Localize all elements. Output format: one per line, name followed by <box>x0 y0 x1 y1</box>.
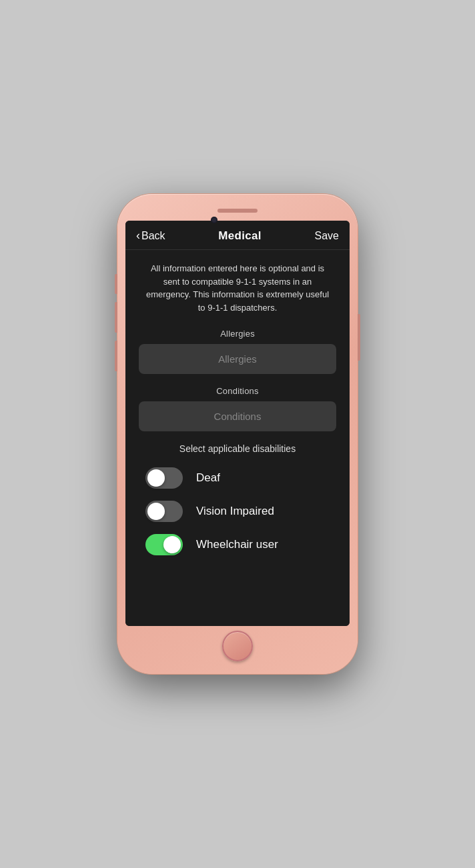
vision-toggle[interactable] <box>145 501 183 522</box>
disability-item-deaf: Deaf <box>145 467 330 489</box>
disabilities-section-title: Select applicable disabilities <box>139 443 336 454</box>
phone-bottom <box>125 626 350 666</box>
navigation-bar: ‹ Back Medical Save <box>125 221 350 250</box>
phone-screen: ‹ Back Medical Save All information ente… <box>125 221 350 626</box>
disability-list: Deaf Vision Impaired <box>139 467 336 555</box>
allergies-field-group: Allergies <box>139 329 336 374</box>
vision-toggle-track <box>145 501 183 522</box>
phone-top-bar <box>125 202 350 221</box>
earpiece-speaker <box>217 209 258 213</box>
phone-frame: ‹ Back Medical Save All information ente… <box>117 194 358 674</box>
wheelchair-toggle[interactable] <box>145 534 183 555</box>
page-title: Medical <box>218 229 261 243</box>
back-label: Back <box>141 230 165 242</box>
conditions-input[interactable] <box>139 401 336 431</box>
disability-item-wheelchair: Wheelchair user <box>145 534 330 555</box>
deaf-toggle[interactable] <box>145 467 183 489</box>
wheelchair-toggle-track <box>145 534 183 555</box>
wheelchair-toggle-thumb <box>163 536 181 553</box>
back-chevron-icon: ‹ <box>136 229 140 243</box>
deaf-toggle-track <box>145 467 183 489</box>
save-button[interactable]: Save <box>315 230 339 242</box>
vision-toggle-thumb <box>147 503 165 520</box>
back-button[interactable]: ‹ Back <box>136 229 165 243</box>
front-camera <box>211 217 217 223</box>
deaf-toggle-thumb <box>147 469 165 487</box>
vision-label: Vision Impaired <box>196 505 274 518</box>
allergies-label: Allergies <box>139 329 336 339</box>
wheelchair-label: Wheelchair user <box>196 538 278 551</box>
deaf-label: Deaf <box>196 471 220 485</box>
volume-mute-button <box>115 274 117 294</box>
screen-content: All information entered here is optional… <box>125 250 350 626</box>
conditions-field-group: Conditions <box>139 386 336 431</box>
volume-up-button <box>115 302 117 333</box>
volume-down-button <box>115 341 117 371</box>
info-text: All information entered here is optional… <box>139 262 336 314</box>
power-button <box>358 314 360 361</box>
allergies-input[interactable] <box>139 344 336 374</box>
disability-item-vision: Vision Impaired <box>145 501 330 522</box>
home-button[interactable] <box>222 631 253 661</box>
conditions-label: Conditions <box>139 386 336 396</box>
